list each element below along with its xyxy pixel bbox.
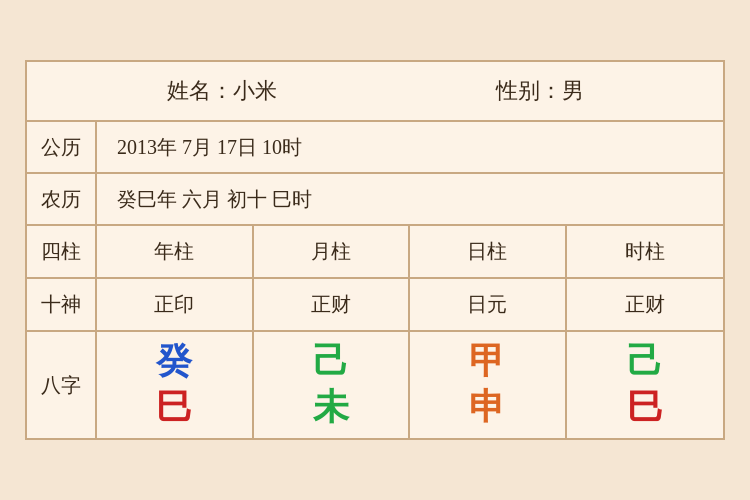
- gongli-value: 2013年 7月 17日 10时: [97, 124, 723, 171]
- bazhi-col-0: 癸 巳: [97, 332, 254, 437]
- gender-label: 性别：男: [496, 76, 584, 106]
- shishen-label: 十神: [27, 279, 97, 330]
- gongli-row: 公历 2013年 7月 17日 10时: [27, 122, 723, 174]
- bazhi-col3-top: 己: [627, 342, 663, 382]
- main-container: 姓名：小米 性别：男 公历 2013年 7月 17日 10时 农历 癸巳年 六月…: [25, 60, 725, 439]
- bazhi-col0-bottom: 巳: [156, 388, 192, 428]
- sizhu-col-0: 年柱: [97, 226, 254, 277]
- bazhi-col2-top: 甲: [469, 342, 505, 382]
- shishen-col-3: 正财: [567, 279, 724, 330]
- shishen-row: 十神 正印 正财 日元 正财: [27, 279, 723, 332]
- bazhi-col-3: 己 巳: [567, 332, 724, 437]
- sizhu-col-1: 月柱: [254, 226, 411, 277]
- bazhi-col3-bottom: 巳: [627, 388, 663, 428]
- header-row: 姓名：小米 性别：男: [27, 62, 723, 122]
- bazhi-col-1: 己 未: [254, 332, 411, 437]
- bazhi-col0-top: 癸: [156, 342, 192, 382]
- nongli-value: 癸巳年 六月 初十 巳时: [97, 176, 723, 223]
- bazhi-col1-bottom: 未: [313, 388, 349, 428]
- shishen-col-1: 正财: [254, 279, 411, 330]
- bazhi-row: 八字 癸 巳 己 未 甲 申 己 巳: [27, 332, 723, 437]
- bazhi-col2-bottom: 申: [469, 388, 505, 428]
- shishen-col-0: 正印: [97, 279, 254, 330]
- bazhi-label: 八字: [27, 332, 97, 437]
- name-label: 姓名：小米: [167, 76, 277, 106]
- gongli-label: 公历: [27, 122, 97, 172]
- nongli-row: 农历 癸巳年 六月 初十 巳时: [27, 174, 723, 226]
- sizhu-row: 四柱 年柱 月柱 日柱 时柱: [27, 226, 723, 279]
- nongli-label: 农历: [27, 174, 97, 224]
- bazhi-col1-top: 己: [313, 342, 349, 382]
- sizhu-label: 四柱: [27, 226, 97, 277]
- sizhu-col-2: 日柱: [410, 226, 567, 277]
- shishen-col-2: 日元: [410, 279, 567, 330]
- sizhu-col-3: 时柱: [567, 226, 724, 277]
- bazhi-col-2: 甲 申: [410, 332, 567, 437]
